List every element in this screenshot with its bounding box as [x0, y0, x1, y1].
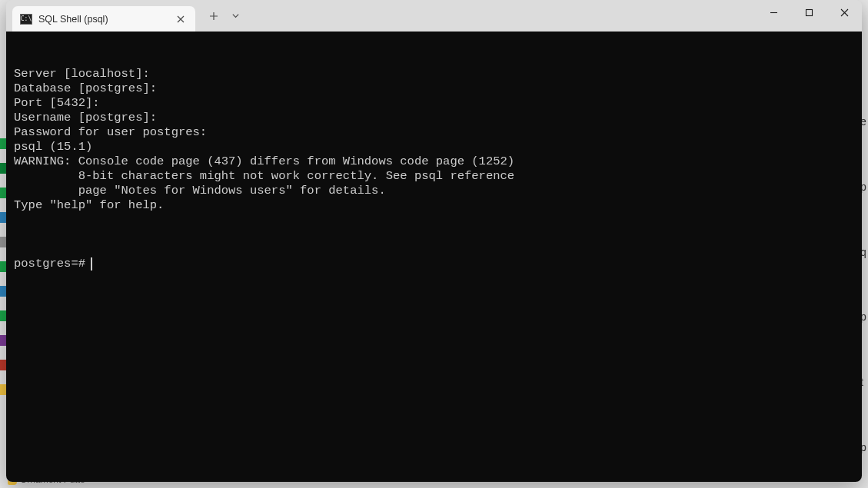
tab-close-button[interactable]: [174, 12, 188, 26]
terminal-body[interactable]: Server [localhost]:Database [postgres]:P…: [6, 32, 862, 482]
terminal-line: psql (15.1): [14, 140, 854, 154]
close-icon: [177, 15, 185, 23]
terminal-line: [14, 213, 854, 227]
terminal-line: Password for user postgres:: [14, 125, 854, 140]
close-icon: [840, 8, 849, 17]
tab-dropdown-button[interactable]: [224, 5, 246, 27]
titlebar[interactable]: C:\ SQL Shell (psql): [6, 0, 862, 32]
chevron-down-icon: [231, 12, 240, 20]
tab-active[interactable]: C:\ SQL Shell (psql): [12, 6, 195, 32]
plus-icon: [209, 12, 218, 21]
terminal-line: Username [postgres]:: [14, 111, 854, 125]
prompt-line: postgres=#: [14, 257, 854, 271]
svg-rect-0: [806, 9, 812, 15]
terminal-line: page "Notes for Windows users" for detai…: [14, 184, 854, 198]
terminal-line: 8-bit characters might not work correctl…: [14, 169, 854, 184]
tabs-region: C:\ SQL Shell (psql): [6, 0, 756, 32]
bg-left-strip: [0, 0, 6, 488]
terminal-window: C:\ SQL Shell (psql): [6, 0, 862, 482]
cursor: [91, 257, 92, 271]
maximize-icon: [805, 8, 813, 17]
window-close-button[interactable]: [826, 0, 862, 25]
cmd-icon: C:\: [20, 14, 32, 25]
terminal-line: Database [postgres]:: [14, 81, 854, 96]
window-controls: [756, 0, 862, 32]
terminal-line: Port [5432]:: [14, 96, 854, 111]
terminal-line: Server [localhost]:: [14, 67, 854, 81]
tab-title: SQL Shell (psql): [38, 14, 108, 25]
maximize-button[interactable]: [791, 0, 826, 25]
terminal-line: WARNING: Console code page (437) differs…: [14, 154, 854, 169]
terminal-line: Type "help" for help.: [14, 198, 854, 213]
minimize-icon: [770, 8, 778, 17]
prompt-text: postgres=#: [14, 257, 85, 271]
minimize-button[interactable]: [756, 0, 791, 25]
new-tab-button[interactable]: [203, 5, 224, 27]
